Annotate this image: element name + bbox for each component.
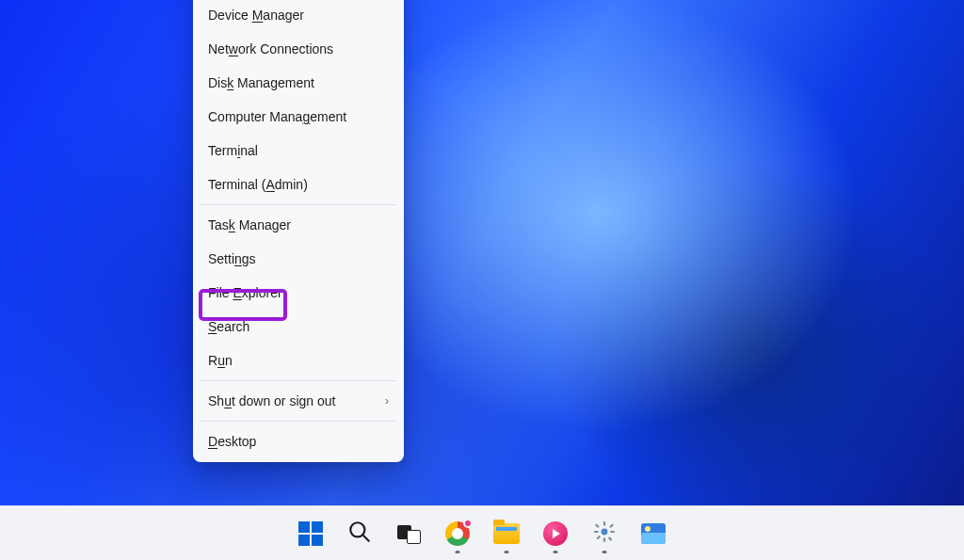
chrome-badge-icon <box>463 519 473 528</box>
task-view-button[interactable] <box>387 512 430 555</box>
running-indicator <box>554 551 558 553</box>
menu-item-disk-management[interactable]: Disk Management <box>193 66 404 100</box>
menu-separator <box>201 380 396 381</box>
menu-text: Tas <box>208 217 229 232</box>
menu-text: ement <box>310 109 346 124</box>
menu-text: Net <box>208 41 229 56</box>
menu-hotkey: w <box>229 41 238 56</box>
menu-hotkey: k <box>229 217 235 232</box>
search-icon <box>347 520 372 548</box>
menu-separator <box>201 204 396 205</box>
menu-text: Term <box>208 143 237 158</box>
menu-text: anager <box>263 8 304 23</box>
menu-text: gs <box>242 251 256 266</box>
menu-item-terminal[interactable]: Terminal <box>193 134 404 168</box>
menu-item-network-connections[interactable]: Network Connections <box>193 32 404 66</box>
photos-icon <box>641 523 666 544</box>
settings-button[interactable] <box>583 512 626 555</box>
menu-text: n <box>225 353 233 368</box>
menu-hotkey: D <box>208 434 217 449</box>
menu-hotkey: A <box>265 177 274 192</box>
menu-text: ork Connections <box>238 41 333 56</box>
menu-text: Setti <box>208 251 234 266</box>
menu-item-terminal-admin[interactable]: Terminal (Admin) <box>193 168 404 201</box>
menu-hotkey: M <box>252 8 264 23</box>
menu-item-settings[interactable]: Settings <box>193 242 404 276</box>
menu-text: esktop <box>217 434 256 449</box>
menu-text: nal <box>240 143 258 158</box>
power-user-context-menu: System Device Manager Network Connection… <box>193 0 404 462</box>
menu-item-search[interactable]: Search <box>193 310 404 344</box>
todoist-button[interactable] <box>534 512 577 555</box>
menu-text: dmin) <box>275 177 308 192</box>
file-explorer-icon <box>493 523 520 544</box>
running-indicator <box>602 551 607 553</box>
chrome-icon <box>445 521 470 546</box>
running-indicator <box>456 551 460 553</box>
svg-line-1 <box>362 535 369 541</box>
task-view-icon <box>396 521 421 546</box>
menu-item-file-explorer[interactable]: File Explorer <box>193 276 404 310</box>
menu-hotkey: E <box>233 285 241 300</box>
menu-text: Sh <box>208 393 224 408</box>
menu-text: Device <box>208 8 252 23</box>
menu-text: Terminal ( <box>208 177 265 192</box>
desktop-wallpaper: System Device Manager Network Connection… <box>0 0 964 560</box>
menu-text: Computer Mana <box>208 109 302 124</box>
menu-text: Dis <box>208 75 227 90</box>
menu-item-desktop[interactable]: Desktop <box>193 424 404 458</box>
chrome-button[interactable] <box>436 512 479 555</box>
svg-point-2 <box>602 528 608 535</box>
todoist-icon <box>543 521 568 546</box>
menu-text: Manager <box>235 217 291 232</box>
menu-text: R <box>208 353 217 368</box>
start-button[interactable] <box>289 512 332 555</box>
menu-text: Management <box>233 75 314 90</box>
menu-text: t down or sign out <box>232 393 336 408</box>
menu-item-run[interactable]: Run <box>193 344 404 377</box>
gear-icon <box>592 520 617 548</box>
file-explorer-button[interactable] <box>485 512 528 555</box>
menu-item-task-manager[interactable]: Task Manager <box>193 208 404 242</box>
windows-logo-icon <box>298 521 323 546</box>
menu-text: File <box>208 285 233 300</box>
search-button[interactable] <box>338 512 381 555</box>
chevron-right-icon: › <box>385 392 389 409</box>
menu-item-computer-management[interactable]: Computer Management <box>193 100 404 134</box>
menu-hotkey: S <box>208 319 217 334</box>
taskbar <box>0 505 964 560</box>
menu-hotkey: u <box>224 393 232 408</box>
menu-hotkey: u <box>217 353 225 368</box>
menu-text: earch <box>217 319 249 334</box>
menu-item-shutdown-signout[interactable]: Shut down or sign out › <box>193 384 404 418</box>
menu-hotkey: n <box>234 251 242 266</box>
photos-button[interactable] <box>632 512 675 555</box>
menu-item-device-manager[interactable]: Device Manager <box>193 0 404 32</box>
running-indicator <box>505 551 509 553</box>
menu-separator <box>201 421 396 422</box>
menu-text: xplorer <box>242 285 282 300</box>
